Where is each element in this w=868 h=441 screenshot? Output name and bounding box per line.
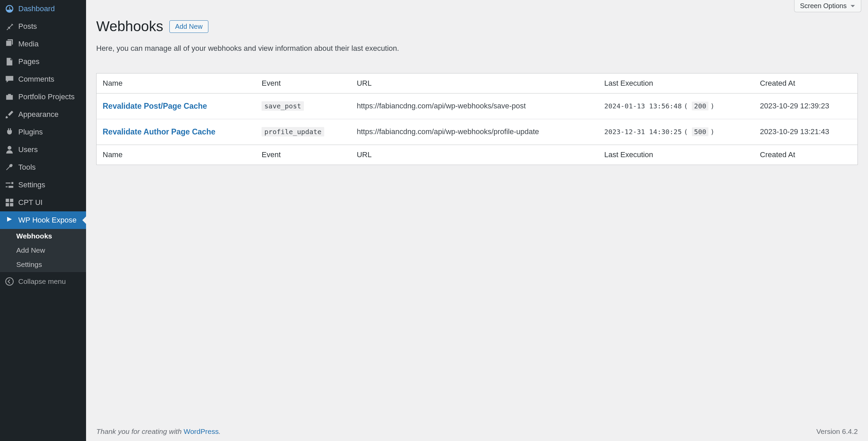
caret-down-icon	[850, 3, 855, 9]
sidebar-item-plugins[interactable]: Plugins	[0, 123, 86, 141]
webhook-name-link[interactable]: Revalidate Author Page Cache	[103, 127, 215, 136]
plug-icon	[5, 127, 14, 137]
col-footer-name[interactable]: Name	[97, 145, 256, 165]
main-content: Screen Options Webhooks Add New Here, yo…	[86, 0, 868, 441]
sliders-icon	[5, 180, 14, 190]
webhook-url: https://fabiancdng.com/api/wp-webhooks/s…	[351, 93, 598, 119]
col-header-event[interactable]: Event	[255, 74, 351, 93]
sidebar-item-users[interactable]: Users	[0, 141, 86, 159]
sidebar-item-portfolio-projects[interactable]: Portfolio Projects	[0, 88, 86, 106]
col-header-last-execution[interactable]: Last Execution	[598, 74, 754, 93]
sidebar-item-media[interactable]: Media	[0, 35, 86, 53]
status-code: 500	[692, 127, 708, 136]
brush-icon	[5, 110, 14, 119]
portfolio-icon	[5, 92, 14, 102]
paren-open: (	[684, 102, 692, 110]
submenu-item-settings[interactable]: Settings	[0, 257, 86, 272]
sidebar-item-label: Tools	[18, 163, 36, 172]
event-tag: save_post	[262, 101, 304, 111]
footer-thanks-prefix: Thank you for creating with	[96, 427, 184, 435]
sidebar-item-label: Posts	[18, 22, 37, 31]
sidebar-item-label: Users	[18, 145, 38, 154]
last-execution-time: 2024-01-13 13:56:48	[604, 102, 682, 110]
add-new-button[interactable]: Add New	[169, 20, 208, 33]
page-description: Here, you can manage all of your webhook…	[96, 44, 858, 53]
hook-icon	[5, 215, 14, 225]
col-header-created-at[interactable]: Created At	[754, 74, 857, 93]
webhook-name-link[interactable]: Revalidate Post/Page Cache	[103, 102, 207, 110]
paren-open: (	[684, 128, 692, 136]
sidebar-item-wp-hook-expose[interactable]: WP Hook Expose	[0, 211, 86, 229]
col-header-name[interactable]: Name	[97, 74, 256, 93]
collapse-menu-button[interactable]: Collapse menu	[0, 272, 86, 291]
footer-version: Version 6.4.2	[816, 427, 858, 436]
sidebar-item-label: Appearance	[18, 110, 59, 119]
sidebar-item-label: Pages	[18, 57, 39, 66]
sidebar-item-dashboard[interactable]: Dashboard	[0, 0, 86, 18]
admin-sidebar: Dashboard Posts Media Pages	[0, 0, 86, 441]
wrench-icon	[5, 163, 14, 172]
page-title: Webhooks	[96, 18, 163, 35]
col-header-url[interactable]: URL	[351, 74, 598, 93]
collapse-icon	[5, 277, 14, 286]
sidebar-item-appearance[interactable]: Appearance	[0, 106, 86, 123]
collapse-menu-label: Collapse menu	[18, 277, 66, 286]
sidebar-item-cpt-ui[interactable]: CPT UI	[0, 194, 86, 211]
sidebar-item-label: Settings	[18, 181, 45, 189]
submenu-item-webhooks[interactable]: Webhooks	[0, 229, 86, 243]
col-footer-url[interactable]: URL	[351, 145, 598, 165]
sidebar-item-label: Portfolio Projects	[18, 92, 75, 101]
sidebar-item-label: WP Hook Expose	[18, 216, 77, 225]
media-icon	[5, 39, 14, 49]
sidebar-item-pages[interactable]: Pages	[0, 53, 86, 70]
created-at: 2023-10-29 12:39:23	[754, 93, 857, 119]
sidebar-item-label: Comments	[18, 75, 54, 84]
svg-point-0	[6, 278, 13, 285]
col-footer-last-execution[interactable]: Last Execution	[598, 145, 754, 165]
footer-wordpress-link[interactable]: WordPress	[184, 427, 219, 435]
sidebar-item-comments[interactable]: Comments	[0, 70, 86, 88]
dashboard-icon	[5, 4, 14, 14]
status-code: 200	[692, 102, 708, 110]
screen-options-label: Screen Options	[800, 2, 847, 10]
paren-close: )	[710, 128, 715, 136]
sidebar-item-label: Plugins	[18, 128, 43, 136]
table-row: Revalidate Post/Page Cache save_post htt…	[97, 93, 858, 119]
webhooks-table: Name Event URL Last Execution Created At…	[96, 73, 858, 165]
footer-thanks-suffix: .	[219, 427, 221, 435]
paren-close: )	[710, 102, 715, 110]
created-at: 2023-10-29 13:21:43	[754, 119, 857, 145]
sidebar-item-posts[interactable]: Posts	[0, 18, 86, 35]
last-execution-time: 2023-12-31 14:30:25	[604, 128, 682, 136]
event-tag: profile_update	[262, 127, 324, 136]
sidebar-item-label: CPT UI	[18, 198, 43, 207]
submenu-item-add-new[interactable]: Add New	[0, 243, 86, 257]
page-footer: Thank you for creating with WordPress. V…	[96, 417, 858, 441]
col-footer-created-at[interactable]: Created At	[754, 145, 857, 165]
sidebar-item-label: Media	[18, 40, 39, 48]
webhook-url: https://fabiancdng.com/api/wp-webhooks/p…	[351, 119, 598, 145]
pin-icon	[5, 22, 14, 31]
screen-options-button[interactable]: Screen Options	[794, 0, 861, 12]
sidebar-submenu: Webhooks Add New Settings	[0, 229, 86, 272]
col-footer-event[interactable]: Event	[255, 145, 351, 165]
sidebar-item-tools[interactable]: Tools	[0, 159, 86, 176]
page-icon	[5, 57, 14, 66]
table-row: Revalidate Author Page Cache profile_upd…	[97, 119, 858, 145]
user-icon	[5, 145, 14, 154]
sidebar-item-label: Dashboard	[18, 4, 55, 13]
sidebar-item-settings[interactable]: Settings	[0, 176, 86, 194]
comment-icon	[5, 75, 14, 84]
grid-icon	[5, 198, 14, 207]
